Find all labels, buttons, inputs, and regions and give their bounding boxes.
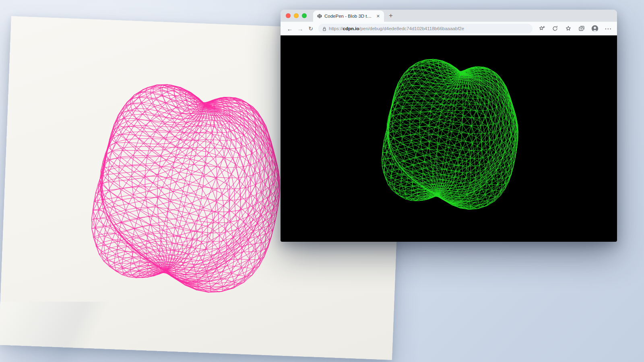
toolbar-actions: ⋯ bbox=[537, 25, 613, 32]
sync-icon[interactable] bbox=[551, 25, 559, 32]
address-bar[interactable]: https://cdpn.io/pen/debug/d4ede8edc74d10… bbox=[318, 24, 533, 33]
profile-avatar[interactable] bbox=[591, 25, 599, 32]
browser-tab[interactable]: CodePen - Blob 3D to SVG ✕ bbox=[313, 10, 384, 22]
url-path: /pen/debug/d4ede8edc74d102b4118b66baaaab… bbox=[359, 26, 464, 31]
browser-window: CodePen - Blob 3D to SVG ✕ + ← → ↻ https… bbox=[281, 10, 617, 242]
back-button[interactable]: ← bbox=[285, 26, 295, 32]
tab-title: CodePen - Blob 3D to SVG bbox=[324, 14, 373, 19]
close-window-button[interactable] bbox=[286, 13, 291, 18]
toolbar: ← → ↻ https://cdpn.io/pen/debug/d4ede8ed… bbox=[281, 22, 617, 35]
url-domain: cdpn.io bbox=[343, 26, 359, 31]
site-security-icon bbox=[322, 27, 326, 31]
favorites-icon[interactable] bbox=[565, 25, 572, 32]
new-tab-button[interactable]: + bbox=[389, 12, 393, 20]
collections-icon[interactable] bbox=[578, 25, 585, 32]
url-text: https://cdpn.io/pen/debug/d4ede8edc74d10… bbox=[329, 26, 464, 31]
zoom-window-button[interactable] bbox=[302, 13, 307, 18]
close-tab-icon[interactable]: ✕ bbox=[376, 13, 381, 19]
page-viewport bbox=[281, 35, 617, 242]
more-menu-icon[interactable]: ⋯ bbox=[605, 25, 611, 32]
reload-button[interactable]: ↻ bbox=[305, 26, 316, 31]
minimize-window-button[interactable] bbox=[294, 13, 299, 18]
forward-button[interactable]: → bbox=[295, 26, 305, 32]
tab-strip: CodePen - Blob 3D to SVG ✕ + bbox=[281, 10, 617, 22]
add-favorite-icon[interactable] bbox=[538, 25, 545, 32]
window-controls bbox=[281, 13, 311, 18]
desk-surface: CodePen - Blob 3D to SVG ✕ + ← → ↻ https… bbox=[0, 0, 644, 362]
codepen-logo-icon bbox=[317, 14, 322, 19]
url-scheme: https:// bbox=[329, 26, 343, 31]
green-blob-screen bbox=[355, 39, 544, 228]
